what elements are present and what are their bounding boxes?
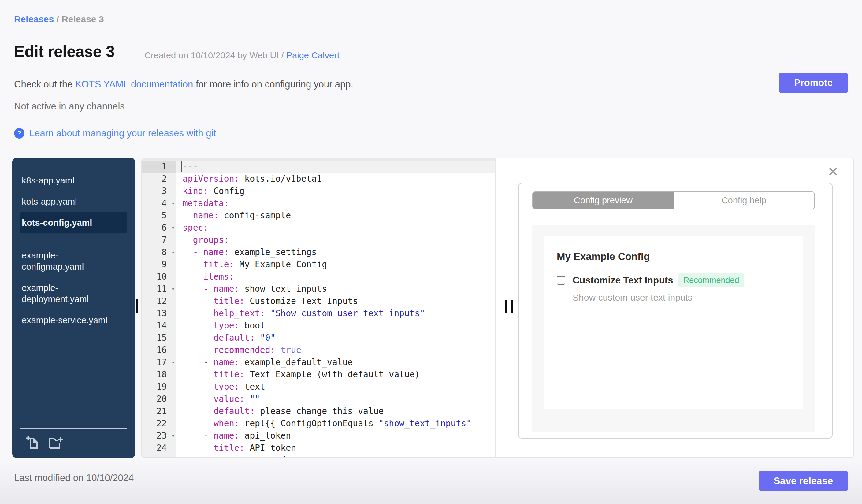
fold-arrow-icon[interactable]: ▾ bbox=[172, 246, 175, 258]
tab-config-help[interactable]: Config help bbox=[674, 192, 814, 209]
code-line-11[interactable]: 11▾ - name: show_text_inputs bbox=[142, 283, 495, 295]
code-line-21[interactable]: 21 default: please change this value bbox=[142, 405, 495, 417]
code-line-1[interactable]: 1--- bbox=[142, 161, 495, 173]
git-link-label: Learn about managing your releases with … bbox=[29, 128, 216, 139]
file-item-example-service.yaml[interactable]: example-service.yaml bbox=[21, 310, 117, 331]
config-preview-panel: Config previewConfig help My Example Con… bbox=[518, 183, 833, 439]
code-text: spec: bbox=[177, 222, 495, 234]
code-line-3[interactable]: 3kind: Config bbox=[142, 185, 495, 197]
code-text: groups: bbox=[177, 234, 495, 246]
config-preview-zone: ✕ Config previewConfig help My Example C… bbox=[496, 158, 853, 457]
add-folder-icon[interactable] bbox=[49, 435, 63, 450]
code-line-19[interactable]: 19 type: text bbox=[142, 381, 495, 393]
code-text: metadata: bbox=[177, 197, 495, 210]
line-number: 12 bbox=[142, 295, 177, 307]
code-line-4[interactable]: 4▾metadata: bbox=[142, 197, 495, 210]
config-item-label: Customize Text Inputs bbox=[573, 275, 673, 286]
code-line-9[interactable]: 9 title: My Example Config bbox=[142, 258, 495, 271]
line-number: 10 bbox=[142, 271, 177, 283]
config-item-row: Customize Text Inputs Recommended bbox=[557, 274, 744, 287]
preview-resize-handle[interactable] bbox=[505, 300, 513, 313]
preview-tab-group: Config previewConfig help bbox=[532, 191, 815, 209]
editor-lines: 1---2apiVersion: kots.io/v1beta13kind: C… bbox=[142, 161, 495, 457]
code-line-7[interactable]: 7 groups: bbox=[142, 234, 495, 246]
doc-prefix: Check out the bbox=[14, 79, 75, 90]
release-editor-card: 1---2apiVersion: kots.io/v1beta13kind: C… bbox=[141, 158, 854, 458]
file-sidebar: k8s-app.yamlkots-app.yamlkots-config.yam… bbox=[12, 158, 135, 458]
code-line-13[interactable]: 13 help_text: "Show custom user text inp… bbox=[142, 307, 495, 320]
code-text: title: My Example Config bbox=[177, 258, 495, 271]
file-item-kots-app.yaml[interactable]: kots-app.yaml bbox=[21, 191, 117, 212]
code-text: - name: show_text_inputs bbox=[177, 283, 495, 295]
doc-suffix: for more info on configuring your app. bbox=[193, 79, 353, 90]
code-text: recommended: true bbox=[177, 344, 495, 356]
code-line-16[interactable]: 16 recommended: true bbox=[142, 344, 495, 356]
file-list-divider bbox=[21, 239, 126, 239]
code-line-23[interactable]: 23▾ - name: api_token bbox=[142, 430, 495, 442]
customize-text-inputs-checkbox[interactable] bbox=[557, 276, 565, 285]
footer-bar: Last modified on 10/10/2024 Save release bbox=[0, 458, 862, 504]
code-line-18[interactable]: 18 title: Text Example (with default val… bbox=[142, 369, 495, 381]
code-text: type: bool bbox=[177, 320, 495, 332]
indent-guide bbox=[207, 442, 207, 457]
code-line-12[interactable]: 12 title: Customize Text Inputs bbox=[142, 295, 495, 307]
code-text: type: text bbox=[177, 381, 495, 393]
line-number: 11▾ bbox=[142, 283, 177, 295]
fold-arrow-icon[interactable]: ▾ bbox=[172, 356, 175, 369]
close-icon[interactable]: ✕ bbox=[827, 165, 839, 178]
fold-arrow-icon[interactable]: ▾ bbox=[172, 197, 175, 210]
code-line-15[interactable]: 15 default: "0" bbox=[142, 332, 495, 344]
code-line-24[interactable]: 24 title: API token bbox=[142, 442, 495, 454]
code-line-22[interactable]: 22 when: repl{{ ConfigOptionEquals "show… bbox=[142, 417, 495, 430]
fold-arrow-icon[interactable]: ▾ bbox=[172, 222, 175, 234]
code-line-6[interactable]: 6▾spec: bbox=[142, 222, 495, 234]
tab-config-preview[interactable]: Config preview bbox=[533, 192, 674, 209]
file-item-example-configmap.yaml[interactable]: example-configmap.yaml bbox=[21, 245, 117, 277]
code-text: items: bbox=[177, 271, 495, 283]
code-text: title: Text Example (with default value) bbox=[177, 369, 495, 381]
git-help-link[interactable]: ? Learn about managing your releases wit… bbox=[14, 128, 216, 139]
created-line: Created on 10/10/2024 by Web UI / Paige … bbox=[144, 51, 340, 61]
config-item-help: Show custom user text inputs bbox=[573, 292, 693, 303]
fold-arrow-icon[interactable]: ▾ bbox=[172, 430, 175, 442]
breadcrumb-current: Release 3 bbox=[62, 14, 104, 24]
page-title: Edit release 3 bbox=[14, 42, 114, 61]
code-line-5[interactable]: 5 name: config-sample bbox=[142, 210, 495, 222]
fold-arrow-icon[interactable]: ▾ bbox=[172, 283, 175, 295]
code-text: help_text: "Show custom user text inputs… bbox=[177, 307, 495, 320]
line-number: 14 bbox=[142, 320, 177, 332]
config-card: My Example Config Customize Text Inputs … bbox=[545, 236, 803, 409]
promote-button[interactable]: Promote bbox=[779, 73, 848, 93]
code-line-8[interactable]: 8▾ - name: example_settings bbox=[142, 246, 495, 258]
code-text: title: Customize Text Inputs bbox=[177, 295, 495, 307]
save-release-button[interactable]: Save release bbox=[759, 471, 848, 491]
line-number: 13 bbox=[142, 307, 177, 320]
line-number: 6▾ bbox=[142, 222, 177, 234]
file-item-kots-config.yaml[interactable]: kots-config.yaml bbox=[21, 212, 127, 233]
code-text: kind: Config bbox=[177, 185, 495, 197]
code-line-17[interactable]: 17▾ - name: example_default_value bbox=[142, 356, 495, 369]
code-line-20[interactable]: 20 value: "" bbox=[142, 393, 495, 405]
line-number: 1 bbox=[142, 161, 177, 173]
code-text: name: config-sample bbox=[177, 210, 495, 222]
code-line-14[interactable]: 14 type: bool bbox=[142, 320, 495, 332]
last-modified-text: Last modified on 10/10/2024 bbox=[14, 473, 134, 483]
code-line-10[interactable]: 10 items: bbox=[142, 271, 495, 283]
text-cursor bbox=[181, 161, 182, 172]
code-text: - name: api_token bbox=[177, 430, 495, 442]
code-line-25[interactable]: 25 type: password bbox=[142, 454, 495, 457]
file-item-example-deployment.yaml[interactable]: example-deployment.yaml bbox=[21, 277, 117, 310]
preview-body: My Example Config Customize Text Inputs … bbox=[532, 225, 815, 432]
file-item-k8s-app.yaml[interactable]: k8s-app.yaml bbox=[21, 170, 117, 191]
yaml-editor[interactable]: 1---2apiVersion: kots.io/v1beta13kind: C… bbox=[142, 158, 496, 457]
created-author-link[interactable]: Paige Calvert bbox=[286, 51, 340, 60]
code-text: default: "0" bbox=[177, 332, 495, 344]
line-number: 3 bbox=[142, 185, 177, 197]
kots-yaml-doc-link[interactable]: KOTS YAML documentation bbox=[75, 79, 193, 90]
breadcrumb-releases-link[interactable]: Releases bbox=[14, 14, 54, 24]
breadcrumb-separator: / bbox=[54, 14, 62, 24]
file-list: k8s-app.yamlkots-app.yamlkots-config.yam… bbox=[12, 158, 135, 331]
code-line-2[interactable]: 2apiVersion: kots.io/v1beta1 bbox=[142, 173, 495, 185]
add-file-icon[interactable] bbox=[25, 435, 40, 450]
line-number: 22 bbox=[142, 417, 177, 430]
